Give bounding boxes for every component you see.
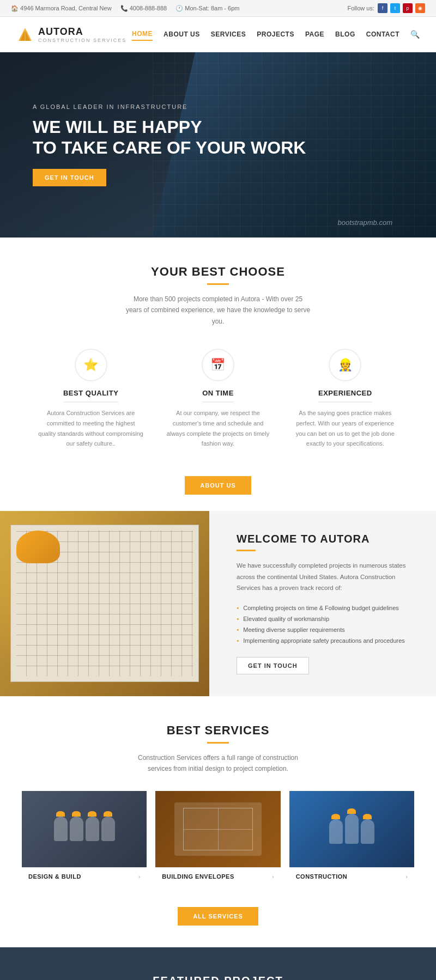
blueprint-mini <box>174 802 262 856</box>
service-label-text-construction: CONSTRUCTION <box>296 873 348 880</box>
services-section: BEST SERVICES Construction Services offe… <box>0 696 436 947</box>
list-item-3: ▪Meeting diverse supplier requirements <box>237 624 414 635</box>
logo[interactable]: AUTORA Construction services <box>16 26 126 43</box>
hero-cta-button[interactable]: GET IN TOUCH <box>33 169 106 186</box>
experienced-icon: 👷 <box>338 358 353 372</box>
ontime-icon-wrap: 📅 <box>202 349 234 381</box>
quality-icon-wrap: ⭐ <box>75 349 107 381</box>
choose-section: YOUR BEST CHOOSE More than 500 projects … <box>0 238 436 511</box>
get-in-touch-button[interactable]: GET IN TOUCH <box>237 657 309 674</box>
worker-2 <box>70 817 83 841</box>
social-section: Follow us: f t p ◉ <box>347 3 425 13</box>
welcome-divider <box>237 550 256 551</box>
hardhat-visual <box>16 531 60 563</box>
welcome-image-inner <box>0 511 209 696</box>
welcome-image <box>0 511 209 696</box>
workers-visual-3 <box>324 808 380 849</box>
choose-subtitle: More than 500 projects completed in Auto… <box>125 294 311 327</box>
features-grid: ⭐ BEST QUALITY Autora Construction Servi… <box>33 343 403 454</box>
services-divider <box>207 742 229 744</box>
nav-about[interactable]: ABOUT US <box>164 28 200 40</box>
nav-links: HOME ABOUT US SERVICES PROJECTS PAGE BLO… <box>132 28 420 41</box>
welcome-list: ▪Completing projects on time & Following… <box>237 602 414 646</box>
logo-icon <box>16 26 34 43</box>
experienced-title: EXPERIENCED <box>318 389 372 403</box>
projects-section: FEATURED PROJECT ALL PROJECTS <box>0 947 436 980</box>
worker-3 <box>86 817 99 841</box>
phone-info: 📞 4008-888-888 <box>120 5 167 12</box>
service-card-envelopes[interactable]: BUILDING ENVELOPES › <box>155 791 280 885</box>
worker-c2 <box>345 814 359 844</box>
topbar-info: 🏠 4946 Marmora Road, Central New 📞 4008-… <box>11 5 240 12</box>
feature-experienced: 👷 EXPERIENCED As the saying goes practic… <box>287 343 403 454</box>
service-label-envelopes: BUILDING ENVELOPES › <box>155 867 280 885</box>
all-services-button[interactable]: ALL SERVICES <box>178 907 258 926</box>
nav-contact[interactable]: CONTACT <box>366 28 399 40</box>
worker-1 <box>54 817 68 841</box>
quality-icon: ⭐ <box>83 358 98 372</box>
about-us-button[interactable]: ABOUT US <box>185 476 251 495</box>
phone-icon: 📞 <box>120 5 128 11</box>
logo-text: AUTORA Construction services <box>38 26 126 43</box>
service-arrow-envelopes: › <box>272 873 274 880</box>
address-info: 🏠 4946 Marmora Road, Central New <box>11 5 112 12</box>
facebook-icon[interactable]: f <box>378 3 387 13</box>
worker-c3 <box>361 819 374 844</box>
quality-title: BEST QUALITY <box>63 389 118 403</box>
service-arrow-construction: › <box>405 873 408 880</box>
services-title: BEST SERVICES <box>22 723 414 738</box>
service-card-construction[interactable]: CONSTRUCTION › <box>289 791 414 885</box>
nav-page[interactable]: PAGE <box>305 28 324 40</box>
choose-title: YOUR BEST CHOOSE <box>33 265 403 279</box>
hero-title-line1: WE WILL BE HAPPY <box>33 117 202 137</box>
logo-sub: Construction services <box>38 38 126 43</box>
worker-c1 <box>329 819 343 844</box>
check-icon-3: ▪ <box>237 626 239 634</box>
experienced-desc: As the saying goes practice makes perfec… <box>293 408 398 449</box>
nav-services[interactable]: SERVICES <box>211 28 246 40</box>
hero-content: A GLOBAL LEADER IN INFRASTRUCTURE WE WIL… <box>0 104 338 187</box>
experienced-icon-wrap: 👷 <box>329 349 361 381</box>
hero-title-line2: TO TAKE CARE OF YOUR WORK <box>33 138 306 157</box>
projects-title: FEATURED PROJECT <box>22 975 414 980</box>
follow-label: Follow us: <box>347 5 374 11</box>
service-img-design <box>22 791 147 867</box>
topbar: 🏠 4946 Marmora Road, Central New 📞 4008-… <box>0 0 436 17</box>
workers-visual-1 <box>49 811 120 847</box>
feature-ontime: 📅 ON TIME At our company, we respect the… <box>160 343 276 454</box>
blueprint-box <box>183 808 253 850</box>
ontime-icon: 📅 <box>210 358 225 372</box>
hero-subtitle: A GLOBAL LEADER IN INFRASTRUCTURE <box>33 104 306 110</box>
choose-divider <box>207 283 229 285</box>
service-label-text-envelopes: BUILDING ENVELOPES <box>162 873 234 880</box>
feature-quality: ⭐ BEST QUALITY Autora Construction Servi… <box>33 343 149 454</box>
services-grid: DESIGN & BUILD › BUILDING ENVELOPES › <box>22 791 414 885</box>
pinterest-icon[interactable]: p <box>403 3 413 13</box>
service-arrow-design: › <box>138 873 141 880</box>
rss-icon[interactable]: ◉ <box>415 3 425 13</box>
hero-title: WE WILL BE HAPPY TO TAKE CARE OF YOUR WO… <box>33 117 306 159</box>
welcome-content: WELCOME TO AUTORA We have successfully c… <box>209 511 436 696</box>
search-icon[interactable]: 🔍 <box>410 30 420 39</box>
welcome-desc: We have successfully completed projects … <box>237 560 414 594</box>
service-card-design[interactable]: DESIGN & BUILD › <box>22 791 147 885</box>
hero-section: A GLOBAL LEADER IN INFRASTRUCTURE WE WIL… <box>0 52 436 238</box>
quality-desc: Autora Construction Services are committ… <box>38 408 143 449</box>
hero-watermark: bootstrapmb.com <box>338 218 392 227</box>
check-icon-4: ▪ <box>237 637 239 644</box>
nav-projects[interactable]: PROJECTS <box>257 28 294 40</box>
twitter-icon[interactable]: t <box>390 3 400 13</box>
list-item-4: ▪Implementing appropriate safety precaut… <box>237 635 414 646</box>
check-icon-2: ▪ <box>237 615 239 623</box>
address-icon: 🏠 <box>11 5 19 11</box>
welcome-title: WELCOME TO AUTORA <box>237 533 414 545</box>
social-icons: f t p ◉ <box>378 3 425 13</box>
blueprint-visual <box>10 525 199 682</box>
logo-name: AUTORA <box>38 26 126 38</box>
nav-home[interactable]: HOME <box>132 28 153 41</box>
hours-info: 🕐 Mon-Sat: 8am - 6pm <box>175 5 239 12</box>
ontime-title: ON TIME <box>202 389 234 403</box>
service-img-construction <box>289 791 414 867</box>
nav-blog[interactable]: BLOG <box>335 28 355 40</box>
list-item-2: ▪Elevated quality of workmanship <box>237 613 414 624</box>
